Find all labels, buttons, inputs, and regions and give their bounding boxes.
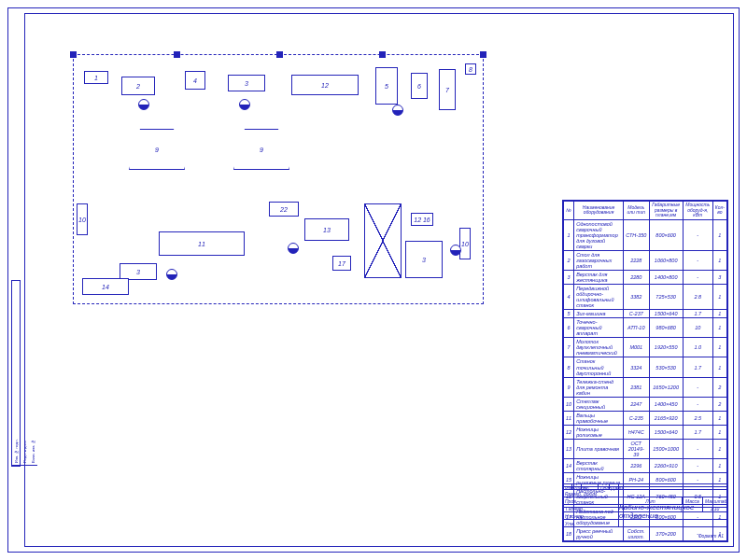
column-post [70, 51, 77, 58]
table-row: 5Зиг-машинаС-2371500×6401.71 [564, 310, 727, 318]
table-row: 10Стеллаж секционный22471400×450-2 [564, 397, 727, 411]
cross-area [364, 203, 402, 278]
table-row: 3Верстак для жестянщика22801400×800-3 [564, 270, 727, 284]
table-row: 13Плита правочнаяОСТ 20149-391500×1000-1 [564, 440, 727, 459]
side-stamp: Инв. № подл. Подп. и дата Взам. инв. № [11, 280, 21, 467]
table-row: 4Передвижной обдирочно-шлифовальный стан… [564, 284, 727, 309]
table-row: 2Стол для газосварочных работ22281060×80… [564, 250, 727, 270]
equipment-12: 12 [291, 75, 359, 95]
workstation-symbol [288, 243, 299, 254]
column-post [276, 51, 283, 58]
workstation-symbol [450, 245, 461, 256]
workstation-symbol [166, 269, 177, 280]
equipment-11: 11 [159, 231, 245, 256]
equipment-2: 2 [121, 77, 155, 95]
table-row: 11Вальцы правобочныеС-2352165×9202.51 [564, 411, 727, 425]
table-row: 14Верстак столярный22962260×910-1 [564, 459, 727, 473]
equipment-3: 3 [228, 75, 265, 91]
equipment-1: 1 [84, 71, 108, 84]
workstation-symbol [239, 99, 250, 110]
equipment-6: 6 [411, 73, 428, 99]
equipment-10: 10 [459, 228, 471, 259]
column-post [174, 51, 180, 58]
equipment-5: 5 [375, 67, 398, 105]
title-block: Изм Лист № докум. Подп. Дата Разраб. Про… [562, 483, 728, 541]
column-post [480, 51, 486, 58]
equipment-14: 14 [82, 278, 129, 295]
equipment-4: 4 [185, 71, 205, 90]
format-label: Формат A1 [698, 533, 724, 539]
equipment-17: 17 [332, 256, 351, 271]
table-row: 1Однопостовой сварочный трансформатор дл… [564, 219, 727, 250]
equipment-8: 8 [465, 63, 476, 75]
equipment-22: 22 [269, 202, 299, 217]
equipment-12 16: 12 16 [411, 213, 433, 226]
drawing-title: Кабино-жестяницкое отделение [619, 503, 703, 520]
column-post [379, 51, 386, 58]
table-row: 7Молоток двухклепочный пневматическийМ00… [564, 338, 727, 357]
table-row: 9Тележка-стенд для ремонта кабин23811650… [564, 377, 727, 397]
equipment-3: 3 [405, 241, 443, 278]
workstation-symbol [392, 105, 403, 116]
workstation-symbol [138, 99, 149, 110]
equipment-7: 7 [439, 69, 456, 110]
table-row: 12Ножницы роликовыеН474С1500×6401.71 [564, 425, 727, 439]
table-row: 8Станок точильный двусторонний3324530×53… [564, 357, 727, 377]
equipment-10: 10 [77, 203, 88, 235]
equipment-13: 13 [304, 218, 349, 241]
table-row: 6Точечно-сварочный аппаратАТП-10980×6801… [564, 318, 727, 338]
